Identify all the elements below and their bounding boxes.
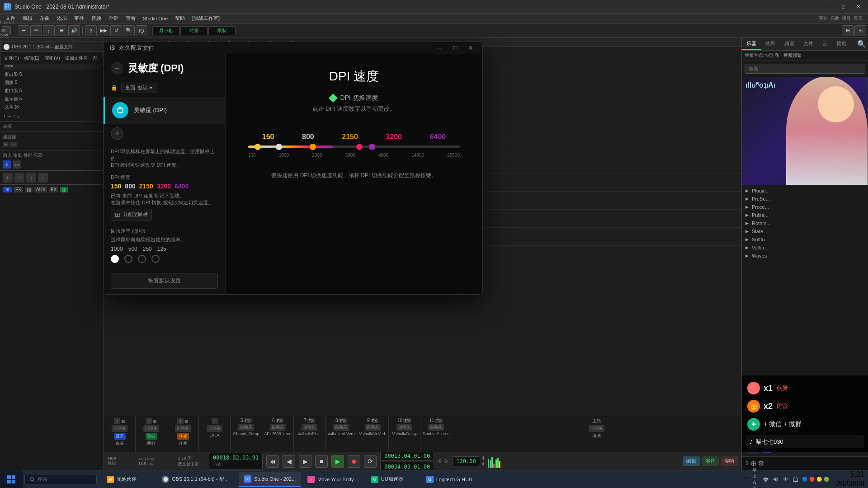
- systray-input-lang[interactable]: 中: [782, 476, 789, 483]
- tree-item-rothm[interactable]: ▶ Rothm...: [742, 219, 868, 227]
- transport-stop-btn[interactable]: ■: [315, 455, 328, 468]
- transport-rewind-btn[interactable]: ⏮: [266, 455, 279, 468]
- menu-edit[interactable]: 编辑: [19, 14, 36, 23]
- ch-3-num-btn[interactable]: 3: [177, 418, 184, 424]
- taskbar-item-move[interactable]: ♪ Move Your Body ...: [302, 472, 364, 487]
- plugin-btn-6[interactable]: ▥: [60, 187, 68, 192]
- ghub-dpi-dot-800[interactable]: [276, 144, 282, 150]
- dpi-val-3200[interactable]: 3200: [157, 183, 171, 190]
- tab-spectrum[interactable]: 频谱: [780, 38, 799, 50]
- bc-down-btn[interactable]: ↓: [38, 173, 48, 183]
- effects-s-btn[interactable]: S: [745, 461, 749, 466]
- toolbar-btn-3[interactable]: ↕: [43, 25, 55, 36]
- plugin-btn-2[interactable]: FX: [14, 187, 23, 192]
- toolbar-btn-2[interactable]: ✏: [30, 25, 42, 36]
- ghub-close-btn[interactable]: ✕: [464, 43, 477, 53]
- menu-help[interactable]: 帮助: [171, 14, 189, 23]
- ch-2-auto-btn[interactable]: 自动关: [143, 425, 159, 432]
- transport-master-btn[interactable]: 混响: [721, 456, 738, 466]
- tree-item-preso[interactable]: ▶ PreSo...: [742, 195, 868, 203]
- scene-item-5[interactable]: 显示器 5: [3, 95, 101, 103]
- dpi-indicator-2150[interactable]: 2150: [342, 133, 358, 141]
- dpi-indicator-3200[interactable]: 3200: [386, 133, 402, 141]
- tree-item-slate[interactable]: ▶ Slate...: [742, 227, 868, 235]
- transport-loop-btn[interactable]: ⟳: [364, 455, 377, 468]
- scene-item-4[interactable]: 窗口采 5: [3, 87, 101, 95]
- toolbar-btn-7[interactable]: ▶▶: [98, 25, 109, 36]
- taskbar-clock[interactable]: 5:21 2023/6/8: [833, 470, 868, 488]
- tab-instruments[interactable]: 乐器: [742, 38, 761, 50]
- menu-studioone[interactable]: Studio One: [139, 15, 171, 22]
- obs-menu-file[interactable]: 文件(F): [2, 55, 21, 62]
- ghub-assign-button[interactable]: ⊞ 分配至鼠标: [111, 209, 152, 221]
- ghub-dpi-dot-150[interactable]: [255, 144, 261, 150]
- menu-add[interactable]: 添加: [53, 14, 71, 23]
- ch-4-auto-btn[interactable]: 自动关: [207, 425, 222, 432]
- obs-menu-view[interactable]: 视图(V): [43, 55, 61, 62]
- ch-3-active-btn[interactable]: 作变: [177, 433, 189, 440]
- toolbar-btn-6[interactable]: ?: [85, 25, 97, 36]
- obs-menu-edit[interactable]: 编辑(E): [23, 55, 41, 62]
- panel-search-icon[interactable]: 🔍: [855, 38, 868, 50]
- ghub-reset-button[interactable]: 恢复默认设置: [111, 273, 218, 289]
- transport-record-btn[interactable]: ⏺: [348, 455, 360, 468]
- toolbar-btn-5[interactable]: 🔊: [68, 25, 80, 36]
- sub-icon-2[interactable]: Ste: [13, 160, 21, 169]
- daw-close-button[interactable]: ✕: [852, 2, 864, 11]
- poll-dot-500[interactable]: [124, 255, 132, 263]
- dpi-indicator-800[interactable]: 800: [302, 133, 314, 141]
- toolbar-btn-9[interactable]: 🔍: [123, 25, 135, 36]
- dpi-val-800[interactable]: 800: [125, 183, 135, 190]
- ghub-back-button[interactable]: ←: [111, 62, 123, 75]
- transport-back-btn[interactable]: ◀: [283, 455, 295, 468]
- plugin-btn-5[interactable]: FX: [49, 187, 58, 192]
- ch-1-auto-btn[interactable]: 自动关: [112, 425, 127, 432]
- ch-7-auto-btn[interactable]: 自动关: [302, 424, 317, 431]
- scenes-up-icon[interactable]: ↑: [13, 113, 15, 119]
- bc-up-btn[interactable]: ↑: [26, 173, 36, 183]
- tree-item-plugin[interactable]: ▶ Plugin...: [742, 187, 868, 195]
- taskbar-item-logitech[interactable]: G Logitech G HUB: [421, 472, 477, 487]
- menu-gold[interactable]: 金带: [105, 14, 122, 23]
- dpi-indicator-150[interactable]: 150: [262, 133, 274, 141]
- ghub-dpi-dot-2150[interactable]: [310, 144, 316, 150]
- ghub-dpi-dot-3200[interactable]: [356, 144, 363, 150]
- ch-4-num-btn[interactable]: 4: [212, 418, 218, 424]
- menu-event[interactable]: 事件: [71, 14, 88, 23]
- ghub-minimize-btn[interactable]: ─: [434, 43, 446, 53]
- toolbar-btn-1[interactable]: ↩: [18, 25, 29, 36]
- systray-expand[interactable]: ^: [742, 476, 750, 483]
- start-button[interactable]: [0, 470, 23, 488]
- tab-search[interactable]: 搜索: [832, 38, 851, 50]
- tree-item-pulsa[interactable]: ▶ Pulsa...: [742, 211, 868, 219]
- tab-files[interactable]: 文件: [799, 38, 818, 50]
- scene-item-3[interactable]: 图像 5: [3, 79, 101, 87]
- ch-6-auto-btn[interactable]: 自动关: [270, 424, 286, 431]
- ghub-dpi-track[interactable]: [248, 145, 460, 148]
- poll-dot-125[interactable]: [151, 255, 160, 263]
- ch-11-auto-btn[interactable]: 自动关: [428, 424, 444, 431]
- toolbar-btn-4[interactable]: ⊕: [56, 25, 67, 36]
- taskbar-item-uu[interactable]: U UU加速器: [366, 472, 420, 487]
- scenes-down-icon[interactable]: ↓: [17, 113, 20, 119]
- transport-edit-btn[interactable]: 编辑: [683, 456, 700, 466]
- sub-icon-1[interactable]: ⊞: [3, 160, 11, 169]
- dpi-val-150[interactable]: 150: [111, 183, 121, 190]
- systray-notification[interactable]: [792, 476, 799, 483]
- scene-item-2[interactable]: 窗口采 5: [3, 70, 101, 79]
- toolbar-grid-btn[interactable]: ⊞: [842, 25, 854, 36]
- tab-effects[interactable]: 效果: [761, 38, 780, 50]
- ch-9-auto-btn[interactable]: 自动关: [365, 424, 381, 431]
- scenes-remove-icon[interactable]: −: [8, 113, 11, 119]
- bc-add-btn[interactable]: +: [3, 173, 13, 183]
- menu-audio[interactable]: 音频: [88, 14, 105, 23]
- poll-dot-250[interactable]: [138, 255, 146, 263]
- toolbar-btn-8[interactable]: ↺: [110, 25, 122, 36]
- ch-1-active-btn[interactable]: 蓝天: [114, 433, 126, 440]
- transport-play-btn[interactable]: ▶: [331, 455, 344, 468]
- plugin-btn-1[interactable]: ⊞: [3, 187, 12, 192]
- dpi-val-2150[interactable]: 2150: [139, 183, 153, 190]
- ch-8-auto-btn[interactable]: 自动关: [333, 424, 349, 431]
- filter-remove-btn[interactable]: −: [10, 142, 16, 147]
- toolbar-btn-10[interactable]: IQ: [136, 25, 147, 36]
